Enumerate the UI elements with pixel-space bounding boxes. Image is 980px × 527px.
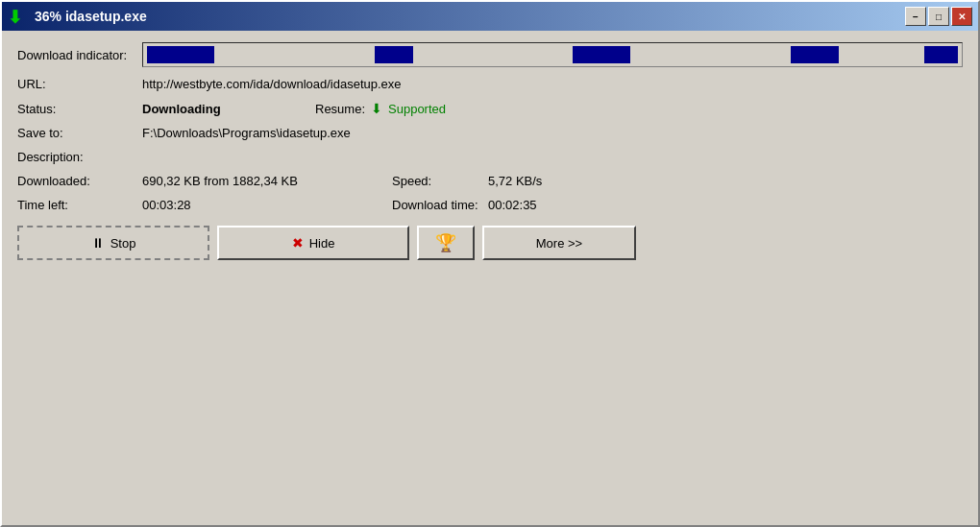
maximize-button[interactable]: □ — [928, 7, 949, 26]
more-button[interactable]: More >> — [482, 226, 636, 260]
saveto-value: F:\Downloads\Programs\idasetup.exe — [142, 126, 351, 140]
hide-button[interactable]: ✖ Hide — [217, 226, 409, 260]
indicator-block-2 — [375, 46, 413, 63]
indicator-block-5 — [924, 46, 958, 63]
saveto-row: Save to: F:\Downloads\Programs\idasetup.… — [17, 126, 963, 140]
download-indicator — [142, 42, 963, 67]
timeleft-value: 00:03:28 — [142, 198, 392, 212]
close-button[interactable]: ✕ — [951, 7, 972, 26]
url-value: http://westbyte.com/ida/download/idasetu… — [142, 77, 402, 91]
timeleft-label: Time left: — [17, 198, 142, 212]
trophy-button[interactable]: 🏆 — [417, 226, 475, 260]
indicator-block-3 — [573, 46, 630, 63]
downloaded-value: 690,32 KB from 1882,34 KB — [142, 174, 392, 188]
window-title: 36% idasetup.exe — [35, 9, 897, 24]
dltime-label: Download time: — [392, 198, 488, 212]
window-controls: − □ ✕ — [905, 7, 972, 26]
indicator-block-1 — [147, 46, 214, 63]
app-icon: ⬇ — [8, 7, 27, 26]
title-bar: ⬇ 36% idasetup.exe − □ ✕ — [2, 2, 978, 31]
hide-label: Hide — [309, 236, 335, 251]
url-label: URL: — [17, 77, 142, 91]
resume-icon: ⬇ — [371, 101, 382, 116]
button-row: ⏸ Stop ✖ Hide 🏆 More >> — [17, 226, 963, 260]
stop-label: Stop — [110, 236, 136, 251]
resume-section: Resume: ⬇ Supported — [315, 101, 446, 116]
pause-icon: ⏸ — [91, 235, 105, 251]
resume-label: Resume: — [315, 102, 365, 116]
downloaded-row: Downloaded: 690,32 KB from 1882,34 KB Sp… — [17, 174, 963, 188]
content-area: Download indicator: URL: http://westbyte… — [2, 31, 978, 525]
x-icon: ✖ — [292, 235, 304, 251]
status-label: Status: — [17, 102, 142, 116]
speed-label: Speed: — [392, 174, 488, 188]
stop-button[interactable]: ⏸ Stop — [17, 226, 209, 260]
saveto-label: Save to: — [17, 126, 142, 140]
status-row: Status: Downloading Resume: ⬇ Supported — [17, 101, 963, 116]
indicator-block-4 — [791, 46, 839, 63]
minimize-button[interactable]: − — [905, 7, 926, 26]
main-window: ⬇ 36% idasetup.exe − □ ✕ Download indica… — [0, 0, 980, 527]
trophy-icon: 🏆 — [435, 232, 456, 253]
timeleft-row: Time left: 00:03:28 Download time: 00:02… — [17, 198, 963, 212]
indicator-label: Download indicator: — [17, 48, 142, 62]
downloaded-label: Downloaded: — [17, 174, 142, 188]
url-row: URL: http://westbyte.com/ida/download/id… — [17, 77, 963, 91]
description-label: Description: — [17, 150, 142, 164]
indicator-row: Download indicator: — [17, 42, 963, 67]
status-value: Downloading — [142, 102, 315, 116]
resume-status: Supported — [388, 102, 446, 116]
dltime-value: 00:02:35 — [488, 198, 537, 212]
speed-value: 5,72 KB/s — [488, 174, 542, 188]
description-row: Description: — [17, 150, 963, 164]
more-label: More >> — [536, 236, 582, 251]
